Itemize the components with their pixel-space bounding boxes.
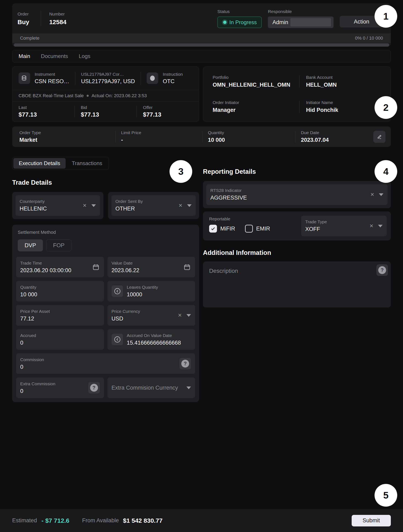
order-sent-by-dropdown[interactable]: Order Sent By OTHER ✕ <box>111 195 196 216</box>
counterparty-dropdown[interactable]: Counterparty HELLENIC ✕ <box>15 195 100 216</box>
value-date-field[interactable]: Value Date 2023.06.22 <box>107 257 195 277</box>
copy-back-button[interactable] <box>112 285 123 297</box>
description-placeholder: Description <box>209 268 385 274</box>
order-side-label: Order <box>18 12 29 17</box>
dvp-button[interactable]: DVP <box>18 239 43 251</box>
clear-icon[interactable]: ✕ <box>178 313 182 318</box>
tab-logs[interactable]: Logs <box>79 53 90 59</box>
accrued-field[interactable]: Accrued 0 <box>16 329 104 350</box>
checkbox-unchecked-icon[interactable] <box>245 225 253 233</box>
chevron-down-icon[interactable] <box>186 386 191 389</box>
instrument-card: Instrument CSN RESO… USL21779AJ97 Cor… U… <box>12 66 199 122</box>
value-date-value: 2023.06.22 <box>112 267 183 274</box>
quantity-field[interactable]: Quantity 10 000 <box>16 281 104 302</box>
arrow-left-circle-icon <box>113 287 121 295</box>
chevron-down-icon[interactable] <box>91 204 96 207</box>
edit-order-button[interactable] <box>373 131 385 143</box>
instruction-value: OTC <box>163 78 183 85</box>
order-number-group: Number 12584 <box>49 12 66 25</box>
extra-commission-field[interactable]: Extra Commission 0 ? <box>16 377 104 398</box>
extra-commission-help-button[interactable]: ? <box>88 382 100 393</box>
bank-account-group: Bank Account HELL_OMN <box>299 75 337 88</box>
order-sent-by-label: Order Sent By <box>116 199 176 204</box>
subtab-transactions[interactable]: Transactions <box>66 158 108 169</box>
due-date-label: Due Date <box>301 130 385 135</box>
order-quantity-value: 10 000 <box>208 137 295 143</box>
clear-icon[interactable]: ✕ <box>178 203 183 208</box>
annotation-circle-4: 4 <box>375 160 397 183</box>
tab-documents[interactable]: Documents <box>41 53 68 59</box>
extra-commission-value: 0 <box>20 388 88 394</box>
order-side-value: Buy <box>18 19 29 25</box>
chevron-down-icon[interactable] <box>379 193 383 196</box>
counterparty-card: Counterparty HELLENIC ✕ <box>12 192 103 219</box>
emir-checkbox-item[interactable]: EMIR <box>245 225 270 233</box>
chevron-down-icon[interactable] <box>378 225 383 228</box>
responsible-field[interactable]: Admin <box>268 17 334 28</box>
accrued-on-value-date-field[interactable]: Accrued On Value Date 15.416666666666668 <box>107 329 195 350</box>
calendar-icon[interactable] <box>92 263 100 271</box>
commission-help-button[interactable]: ? <box>180 358 191 369</box>
initiator-name-group: Initiator Name Hid Ponchik <box>299 100 338 114</box>
chevron-down-icon[interactable] <box>186 314 191 317</box>
quotes-row: Last $77.13 Bid $77.13 Offer $77.13 <box>12 101 199 122</box>
tab-main[interactable]: Main <box>19 53 30 59</box>
extra-commission-label: Extra Commission <box>20 381 88 386</box>
reporting-details-title: Reporting Details <box>203 168 391 175</box>
rts28-dropdown[interactable]: RTS28 Indicator AGGRESSIVE ✕ <box>206 184 388 205</box>
reportable-card: Reportable MiFIR <box>203 211 391 241</box>
progress-bar-track <box>14 43 389 47</box>
accrued-on-value: 15.416666666666668 <box>127 339 191 346</box>
price-currency-label: Price Currency <box>112 309 175 314</box>
account-card: Portfolio OMN_HELLENIC_HELL_OMN Bank Acc… <box>203 66 391 122</box>
mifir-checkbox-item[interactable]: MiFIR <box>209 225 235 233</box>
question-icon: ? <box>90 384 98 392</box>
reportable-label: Reportable <box>209 216 301 222</box>
checkbox-checked-icon[interactable] <box>209 225 217 233</box>
instrument-code-value: USL21779AJ97, USD <box>81 78 135 85</box>
trade-type-value: XOFF <box>305 226 367 232</box>
calendar-icon[interactable] <box>183 263 191 271</box>
subtab-execution-details[interactable]: Execution Details <box>13 158 66 169</box>
leaves-quantity-field[interactable]: Leaves Quantity 10000 <box>107 281 195 302</box>
extra-commission-currency-dropdown[interactable]: Extra Commision Currency <box>107 377 195 398</box>
accrued-label: Accrued <box>20 333 100 338</box>
fop-button[interactable]: FOP <box>46 239 71 251</box>
order-sent-by-value: OTHER <box>116 205 176 212</box>
submit-button[interactable]: Submit <box>352 515 391 526</box>
accrued-value: 0 <box>20 339 100 346</box>
order-quantity-label: Quantity <box>208 130 295 135</box>
market-source: CBOE BZX Real-Time Last Sale <box>19 93 84 98</box>
order-initiator-value: Manager <box>213 107 299 113</box>
divider <box>141 72 141 85</box>
limit-price-value: - <box>121 137 202 143</box>
pencil-icon <box>376 134 383 140</box>
order-number-value: 12584 <box>49 19 66 25</box>
rts28-card: RTS28 Indicator AGGRESSIVE ✕ <box>203 181 391 208</box>
market-actual-on: Actual On: 2023.06.22 3:53 <box>92 93 147 98</box>
order-type-group: Order Type Market <box>19 130 115 143</box>
copy-back-button[interactable] <box>112 334 123 345</box>
from-available-value: $1 542 830.77 <box>123 517 162 524</box>
order-summary-card: Order Type Market Limit Price - Quantity… <box>12 127 391 147</box>
description-textarea[interactable]: Description ? <box>203 261 391 307</box>
dot-separator-icon <box>87 95 89 97</box>
trade-type-dropdown[interactable]: Trade Type XOFF ✕ <box>301 216 387 236</box>
order-type-label: Order Type <box>19 130 115 135</box>
quote-last-label: Last <box>19 105 68 110</box>
limit-price-label: Limit Price <box>121 130 202 135</box>
commission-field[interactable]: Commission 0 ? <box>16 353 195 374</box>
order-sent-by-card: Order Sent By OTHER ✕ <box>108 192 199 219</box>
price-currency-dropdown[interactable]: Price Currency USD ✕ <box>107 305 195 326</box>
chevron-down-icon[interactable] <box>187 204 192 207</box>
clear-icon[interactable]: ✕ <box>370 192 374 197</box>
arrow-left-circle-icon <box>113 336 121 343</box>
description-help-button[interactable]: ? <box>376 264 388 276</box>
trade-time-field[interactable]: Trade Time 2023.06.20 03:00:00 <box>16 257 104 277</box>
portfolio-label: Portfolio <box>213 75 299 80</box>
price-per-asset-field[interactable]: Price Per Asset 77.12 <box>16 305 104 326</box>
progress-value: 0% 0 / 10 000 <box>355 36 383 41</box>
clear-icon[interactable]: ✕ <box>369 223 373 228</box>
clear-icon[interactable]: ✕ <box>82 203 87 208</box>
instrument-group[interactable]: Instrument CSN RESO… <box>35 72 69 85</box>
